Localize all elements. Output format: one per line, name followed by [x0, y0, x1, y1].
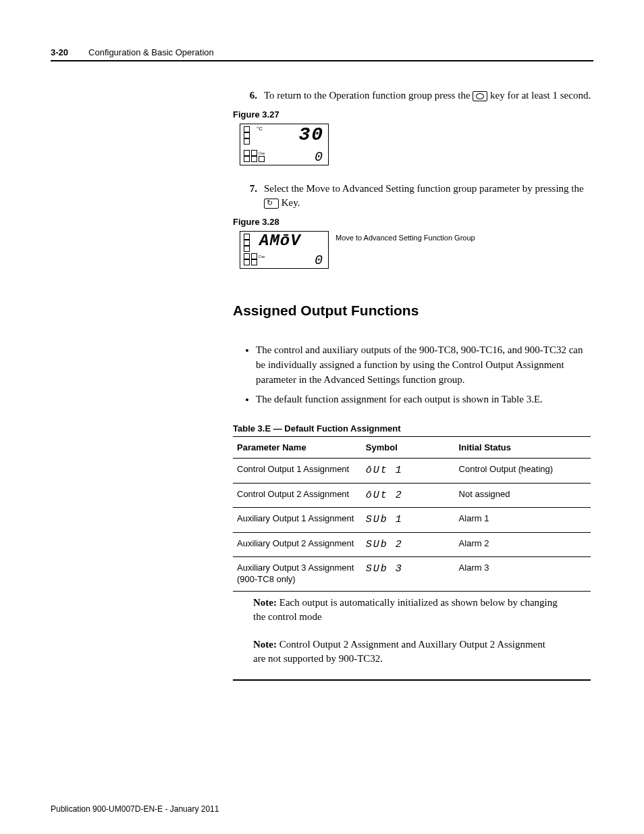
footer-publication: Publication 900-UM007D-EN-E - January 20… [51, 804, 219, 814]
text-fragment: Key. [279, 197, 300, 208]
cell-status: Alarm 1 [455, 508, 591, 533]
step-number: 7. [240, 182, 257, 210]
table-row: Control Output 2 Assignment ōUt 2 Not as… [233, 483, 591, 508]
figure-327: °C 30 Ow 0 [240, 124, 329, 165]
fig-indicators [244, 234, 250, 252]
fig-bot-indicators: Ow [244, 253, 265, 265]
col-initial-status: Initial Status [455, 437, 591, 459]
cell-name: Control Output 2 Assignment [233, 483, 362, 508]
list-item: The control and auxiliary outputs of the… [256, 343, 593, 387]
table-row: Control Output 1 Assignment ōUt 1 Contro… [233, 459, 591, 484]
step-text: Select the Move to Advanced Setting func… [264, 182, 593, 210]
table-label: Table 3.E — Default Fuction Assignment [233, 423, 593, 434]
fig-bot-indicators: Ow [244, 150, 265, 162]
cell-symbol: SUb 1 [362, 508, 455, 533]
fig-bottom-value: 0 [315, 253, 324, 268]
table-row: Auxiliary Output 1 Assignment SUb 1 Alar… [233, 508, 591, 533]
table-header-row: Parameter Name Symbol Initial Status [233, 437, 591, 459]
note-1: Note: Each output is automatically initi… [253, 596, 560, 624]
note-label: Note: [253, 639, 277, 650]
page-header: 3-20 Configuration & Basic Operation [51, 47, 593, 61]
fig-display-text: AMōV [259, 232, 301, 250]
page-number: 3-20 [51, 47, 68, 57]
section-heading: Assigned Output Functions [233, 303, 593, 319]
bottom-rule [233, 679, 591, 681]
fig-bottom-value: 0 [315, 149, 324, 165]
table-row: Auxiliary Output 2 Assignment SUb 2 Alar… [233, 532, 591, 557]
default-function-table: Parameter Name Symbol Initial Status Con… [233, 436, 591, 592]
fig-top-value: 30 [298, 124, 324, 145]
figure-328-label: Figure 3.28 [233, 217, 593, 227]
step-number: 6. [240, 88, 257, 103]
cell-status: Alarm 3 [455, 557, 591, 592]
col-symbol: Symbol [362, 437, 455, 459]
note-text: Control Output 2 Assignment and Auxillar… [253, 639, 545, 664]
cell-symbol: SUb 3 [362, 557, 455, 592]
cell-status: Alarm 2 [455, 532, 591, 557]
cell-name: Auxiliary Output 2 Assignment [233, 532, 362, 557]
cell-symbol: ōUt 2 [362, 483, 455, 508]
col-parameter-name: Parameter Name [233, 437, 362, 459]
cell-symbol: SUb 2 [362, 532, 455, 557]
note-text: Each output is automatically initialized… [253, 597, 558, 622]
figure-328: AMōV Ow 0 [240, 231, 329, 269]
text-fragment: Select the Move to Advanced Setting func… [264, 183, 584, 194]
text-fragment: To return to the Operation function grou… [264, 90, 473, 101]
step-6: 6. To return to the Operation function g… [240, 88, 593, 103]
figure-328-caption: Move to Advanced Setting Function Group [336, 231, 475, 269]
bullet-list: The control and auxiliary outputs of the… [233, 343, 593, 407]
figure-327-label: Figure 3.27 [233, 109, 593, 120]
cell-status: Control Output (heating) [455, 459, 591, 484]
fig-unit: °C [257, 126, 263, 132]
text-fragment: key for at least 1 second. [487, 90, 591, 101]
chapter-title: Configuration & Basic Operation [88, 47, 214, 57]
table-row: Auxiliary Output 3 Assignment (900-TC8 o… [233, 557, 591, 592]
step-text: To return to the Operation function grou… [264, 88, 593, 103]
cell-status: Not assigned [455, 483, 591, 508]
cycle-key-icon [264, 199, 279, 209]
cell-symbol: ōUt 1 [362, 459, 455, 484]
operation-key-icon [473, 91, 487, 101]
cell-name: Auxiliary Output 3 Assignment (900-TC8 o… [233, 557, 362, 592]
note-label: Note: [253, 597, 277, 608]
cell-name: Auxiliary Output 1 Assignment [233, 508, 362, 533]
note-2: Note: Control Output 2 Assignment and Au… [253, 637, 560, 666]
list-item: The default function assignment for each… [256, 392, 593, 407]
fig-indicators [244, 126, 250, 145]
cell-name: Control Output 1 Assignment [233, 459, 362, 484]
step-7: 7. Select the Move to Advanced Setting f… [240, 182, 593, 210]
